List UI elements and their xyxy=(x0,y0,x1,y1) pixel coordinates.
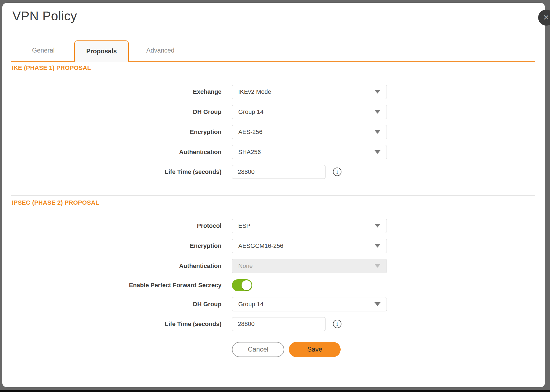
p1-authentication-row: Authentication SHA256 xyxy=(12,145,545,159)
window-bottom-edge xyxy=(0,390,550,392)
protocol-select[interactable]: ESP xyxy=(232,219,387,233)
protocol-row: Protocol ESP xyxy=(12,219,545,233)
p1-lifetime-label: Life Time (seconds) xyxy=(12,168,221,176)
pfs-toggle-knob xyxy=(242,280,251,290)
p2-authentication-select-disabled: None xyxy=(232,259,387,273)
p2-encryption-row: Encryption AESGCM16-256 xyxy=(12,239,545,253)
p1-dh-group-select[interactable]: Group 14 xyxy=(232,105,387,119)
tab-general[interactable]: General xyxy=(12,40,74,61)
p2-dh-group-row: DH Group Group 14 xyxy=(12,297,545,311)
phase1-section-heading: IKE (PHASE 1) PROPOSAL xyxy=(12,64,545,72)
p1-lifetime-row: Life Time (seconds) i xyxy=(12,165,545,179)
tab-bar: General Proposals Advanced xyxy=(11,40,535,62)
p2-encryption-select[interactable]: AESGCM16-256 xyxy=(232,239,387,253)
close-icon: ✕ xyxy=(543,14,549,21)
p1-encryption-row: Encryption AES-256 xyxy=(12,125,545,139)
chevron-down-icon xyxy=(374,302,381,306)
chevron-down-icon xyxy=(374,224,381,227)
p2-dh-group-select-value: Group 14 xyxy=(238,301,264,308)
p1-encryption-select[interactable]: AES-256 xyxy=(232,125,387,139)
chevron-down-icon xyxy=(374,244,381,248)
tab-proposals[interactable]: Proposals xyxy=(74,40,129,62)
chevron-down-icon xyxy=(374,264,381,268)
p1-dh-group-row: DH Group Group 14 xyxy=(12,105,545,119)
dialog-footer: Cancel Save xyxy=(232,342,545,357)
p2-dh-group-select[interactable]: Group 14 xyxy=(232,297,387,311)
protocol-label: Protocol xyxy=(12,222,221,229)
p1-authentication-select-value: SHA256 xyxy=(238,149,261,156)
save-button[interactable]: Save xyxy=(289,342,341,357)
phase2-section-heading: IPSEC (PHASE 2) PROPOSAL xyxy=(12,199,545,207)
p2-authentication-label: Authentication xyxy=(12,262,221,270)
tab-advanced[interactable]: Advanced xyxy=(129,40,192,61)
p2-encryption-select-value: AESGCM16-256 xyxy=(238,242,283,250)
exchange-select[interactable]: IKEv2 Mode xyxy=(232,85,387,99)
page-title: VPN Policy xyxy=(12,9,545,24)
exchange-select-value: IKEv2 Mode xyxy=(238,88,271,95)
info-icon[interactable]: i xyxy=(333,168,341,176)
vpn-policy-dialog: VPN Policy General Proposals Advanced IK… xyxy=(2,3,545,387)
pfs-toggle[interactable] xyxy=(232,279,252,291)
pfs-row: Enable Perfect Forward Secrecy xyxy=(12,279,545,291)
pfs-label: Enable Perfect Forward Secrecy xyxy=(12,279,221,291)
chevron-down-icon xyxy=(374,150,381,154)
p2-lifetime-input[interactable] xyxy=(232,317,325,331)
chevron-down-icon xyxy=(374,90,381,94)
info-icon[interactable]: i xyxy=(333,320,341,328)
exchange-row: Exchange IKEv2 Mode xyxy=(12,85,545,99)
section-divider xyxy=(11,195,535,196)
p2-lifetime-row: Life Time (seconds) i xyxy=(12,317,545,331)
p1-dh-group-label: DH Group xyxy=(12,108,221,116)
p1-authentication-select[interactable]: SHA256 xyxy=(232,145,387,159)
protocol-select-value: ESP xyxy=(238,222,250,229)
cancel-button[interactable]: Cancel xyxy=(232,342,284,357)
p2-dh-group-label: DH Group xyxy=(12,301,221,308)
p1-encryption-label: Encryption xyxy=(12,128,221,136)
p1-encryption-select-value: AES-256 xyxy=(238,128,262,136)
p2-lifetime-label: Life Time (seconds) xyxy=(12,320,221,328)
p2-authentication-select-value: None xyxy=(238,262,253,270)
p1-authentication-label: Authentication xyxy=(12,149,221,156)
p2-encryption-label: Encryption xyxy=(12,242,221,250)
p2-authentication-row: Authentication None xyxy=(12,259,545,273)
chevron-down-icon xyxy=(374,110,381,114)
chevron-down-icon xyxy=(374,130,381,134)
exchange-label: Exchange xyxy=(12,88,221,95)
p1-dh-group-select-value: Group 14 xyxy=(238,108,264,116)
p1-lifetime-input[interactable] xyxy=(232,165,325,179)
